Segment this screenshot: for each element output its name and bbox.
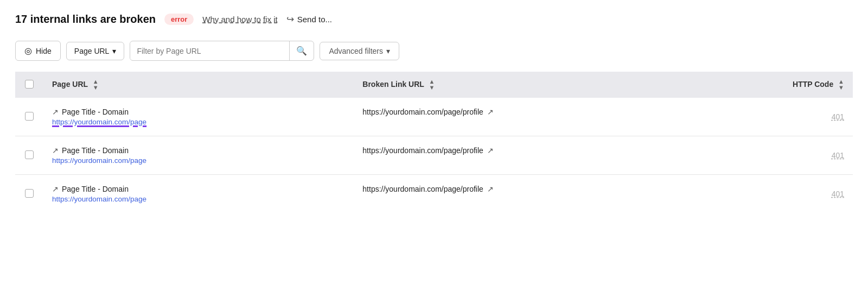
row-page-url-cell: ↗︎ Page Title - Domain https://yourdomai… bbox=[43, 98, 354, 136]
table-row: ↗︎ Page Title - Domain https://yourdomai… bbox=[15, 136, 853, 175]
search-button[interactable]: 🔍 bbox=[289, 41, 314, 60]
col-page-url[interactable]: Page URL ▲▼ bbox=[43, 72, 354, 98]
http-code-value: 401 bbox=[832, 112, 844, 121]
fix-link[interactable]: Why and how to fix it bbox=[202, 15, 277, 24]
page-url-dropdown[interactable]: Page URL ▾ bbox=[66, 42, 125, 60]
row-broken-link-cell: https://yourdomain.com/page/profile ↗︎ bbox=[354, 136, 766, 175]
row-checkbox[interactable] bbox=[25, 150, 34, 159]
page-cell: ↗︎ Page Title - Domain https://yourdomai… bbox=[52, 108, 345, 126]
external-link-icon: ↗︎ bbox=[52, 108, 59, 116]
external-link-icon: ↗︎ bbox=[52, 146, 59, 155]
chevron-down-icon: ▾ bbox=[112, 47, 116, 55]
broken-link-cell: https://yourdomain.com/page/profile ↗︎ bbox=[362, 185, 757, 193]
row-http-code-cell: 401 bbox=[766, 136, 853, 175]
page-title-row: ↗︎ Page Title - Domain bbox=[52, 185, 345, 193]
row-http-code-cell: 401 bbox=[766, 98, 853, 136]
row-checkbox-cell bbox=[15, 136, 43, 175]
send-to-button[interactable]: ↪ Send to... bbox=[286, 14, 332, 25]
sort-icon-http-code: ▲▼ bbox=[838, 79, 844, 91]
col-http-code[interactable]: HTTP Code ▲▼ bbox=[766, 72, 853, 98]
broken-link-cell: https://yourdomain.com/page/profile ↗︎ bbox=[362, 146, 757, 155]
row-broken-link-cell: https://yourdomain.com/page/profile ↗︎ bbox=[354, 98, 766, 136]
row-checkbox-cell bbox=[15, 98, 43, 136]
broken-link-text: https://yourdomain.com/page/profile bbox=[362, 108, 483, 116]
table-row: ↗︎ Page Title - Domain https://yourdomai… bbox=[15, 175, 853, 213]
row-checkbox[interactable] bbox=[25, 189, 34, 198]
filter-input-wrap: 🔍 bbox=[130, 41, 314, 61]
advanced-filters-button[interactable]: Advanced filters ▾ bbox=[320, 42, 399, 60]
table-header-row: Page URL ▲▼ Broken Link URL ▲▼ HTTP Code… bbox=[15, 72, 853, 98]
header-row: 17 internal links are broken error Why a… bbox=[15, 13, 853, 26]
col-checkbox bbox=[15, 72, 43, 98]
page-url-dropdown-label: Page URL bbox=[74, 47, 110, 55]
page-url-link[interactable]: https://yourdomain.com/page bbox=[52, 156, 345, 165]
table-row: ↗︎ Page Title - Domain https://yourdomai… bbox=[15, 98, 853, 136]
external-link-icon: ↗︎ bbox=[487, 146, 494, 155]
broken-link-text: https://yourdomain.com/page/profile bbox=[362, 185, 483, 193]
sort-icon-broken-link: ▲▼ bbox=[429, 79, 435, 91]
error-badge: error bbox=[164, 14, 194, 25]
broken-link-text: https://yourdomain.com/page/profile bbox=[362, 146, 483, 155]
page-title-text: Page Title - Domain bbox=[62, 185, 129, 193]
page-title-row: ↗︎ Page Title - Domain bbox=[52, 108, 345, 116]
row-page-url-cell: ↗︎ Page Title - Domain https://yourdomai… bbox=[43, 175, 354, 213]
page-url-link[interactable]: https://yourdomain.com/page bbox=[52, 118, 345, 126]
row-broken-link-cell: https://yourdomain.com/page/profile ↗︎ bbox=[354, 175, 766, 213]
page-title-text: Page Title - Domain bbox=[62, 108, 129, 116]
search-icon: 🔍 bbox=[296, 46, 307, 56]
row-checkbox[interactable] bbox=[25, 112, 34, 121]
col-broken-link-url[interactable]: Broken Link URL ▲▼ bbox=[354, 72, 766, 98]
row-http-code-cell: 401 bbox=[766, 175, 853, 213]
send-to-label: Send to... bbox=[297, 15, 332, 24]
hide-button[interactable]: ◎ Hide bbox=[15, 41, 61, 61]
advanced-filters-label: Advanced filters bbox=[329, 47, 383, 55]
table-wrap: Page URL ▲▼ Broken Link URL ▲▼ HTTP Code… bbox=[15, 72, 853, 213]
http-code-value: 401 bbox=[832, 190, 844, 198]
results-table: Page URL ▲▼ Broken Link URL ▲▼ HTTP Code… bbox=[15, 72, 853, 213]
http-code-value: 401 bbox=[832, 151, 844, 160]
eye-icon: ◎ bbox=[24, 46, 32, 56]
external-link-icon: ↗︎ bbox=[487, 185, 494, 193]
chevron-down-icon: ▾ bbox=[386, 47, 390, 55]
page-title: 17 internal links are broken bbox=[15, 13, 156, 26]
external-link-icon: ↗︎ bbox=[487, 108, 494, 116]
row-checkbox-cell bbox=[15, 175, 43, 213]
page-title-row: ↗︎ Page Title - Domain bbox=[52, 146, 345, 155]
row-page-url-cell: ↗︎ Page Title - Domain https://yourdomai… bbox=[43, 136, 354, 175]
filter-row: ◎ Hide Page URL ▾ 🔍 Advanced filters ▾ bbox=[15, 41, 853, 61]
broken-link-cell: https://yourdomain.com/page/profile ↗︎ bbox=[362, 108, 757, 116]
send-to-icon: ↪ bbox=[286, 14, 294, 25]
page-cell: ↗︎ Page Title - Domain https://yourdomai… bbox=[52, 146, 345, 165]
external-link-icon: ↗︎ bbox=[52, 185, 59, 193]
select-all-checkbox[interactable] bbox=[25, 80, 34, 89]
page-cell: ↗︎ Page Title - Domain https://yourdomai… bbox=[52, 185, 345, 203]
page-url-link[interactable]: https://yourdomain.com/page bbox=[52, 195, 345, 203]
sort-icon-page-url: ▲▼ bbox=[93, 79, 99, 91]
filter-input[interactable] bbox=[130, 42, 289, 60]
page-title-text: Page Title - Domain bbox=[62, 146, 129, 155]
hide-label: Hide bbox=[36, 47, 52, 55]
